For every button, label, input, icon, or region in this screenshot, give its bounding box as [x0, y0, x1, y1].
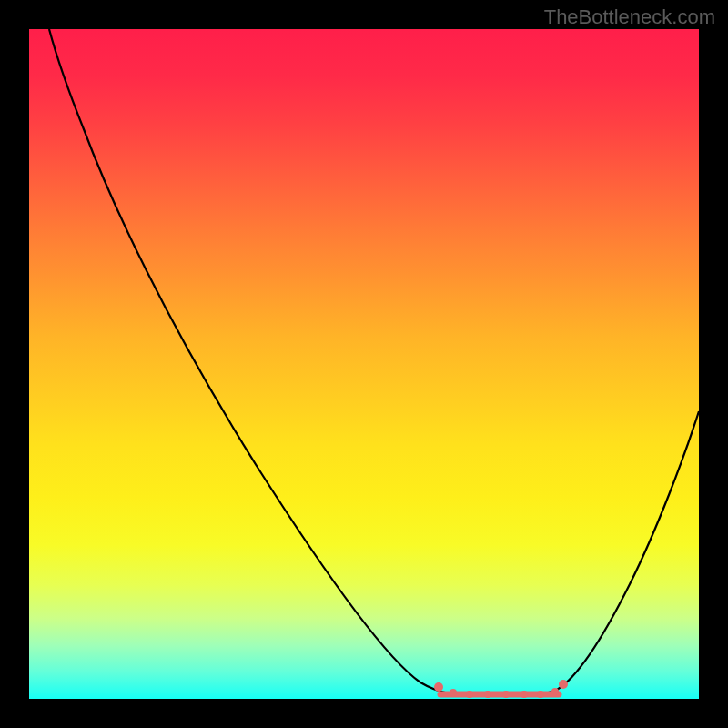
optimal-dot: [521, 691, 528, 698]
optimal-dot: [551, 688, 559, 695]
optimal-dot: [450, 689, 457, 696]
watermark-text: TheBottleneck.com: [544, 5, 715, 29]
bottleneck-curve: [49, 29, 699, 696]
optimal-dot: [502, 691, 510, 698]
optimal-dot: [434, 682, 443, 692]
optimal-dot: [466, 691, 473, 698]
optimal-dot: [484, 691, 491, 698]
chart-svg: [29, 29, 699, 699]
optimal-dot: [537, 691, 544, 698]
plot-area: [29, 29, 699, 699]
optimal-dot: [559, 680, 568, 689]
